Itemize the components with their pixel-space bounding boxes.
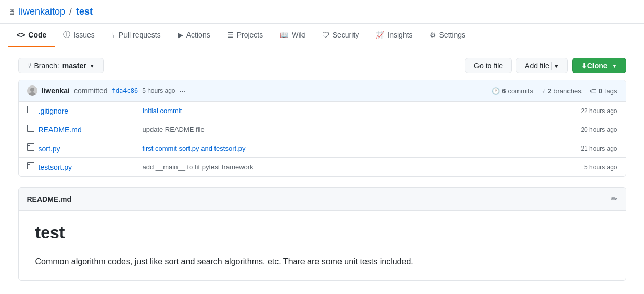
clone-caret-icon: ▼: [612, 63, 617, 69]
repo-separator: /: [69, 6, 72, 17]
file-row: .gitignore Initial commit 22 hours ago: [19, 102, 626, 120]
file-commit-link-sortpy[interactable]: first commit sort.py and testsort.py: [143, 144, 246, 152]
file-row: sort.py first commit sort.py and testsor…: [19, 139, 626, 158]
file-time-gitignore: 22 hours ago: [555, 107, 617, 115]
nav-label-settings: Settings: [439, 31, 466, 39]
svg-point-1: [30, 88, 34, 92]
nav-label-code: Code: [28, 31, 46, 39]
tags-icon: 🏷: [590, 87, 597, 95]
file-time-testsortpy: 5 hours ago: [555, 164, 617, 171]
repo-owner-link[interactable]: liwenkaitop: [19, 6, 65, 17]
file-link-gitignore[interactable]: .gitignore: [39, 107, 69, 115]
file-icon-gitignore: [27, 106, 34, 116]
file-link-readme[interactable]: README.md: [39, 126, 82, 134]
readme-edit-button[interactable]: ✏: [611, 194, 617, 204]
commit-info-left: liwenkai committed fda4c86 5 hours ago ·…: [27, 85, 186, 96]
nav-item-issues[interactable]: ⓘ Issues: [55, 24, 103, 47]
nav-item-code[interactable]: <> Code: [8, 24, 55, 47]
commits-label: commits: [508, 87, 533, 95]
nav-item-actions[interactable]: ▶ Actions: [169, 24, 219, 47]
file-icon-readme: [27, 125, 34, 134]
branch-name: master: [62, 62, 86, 70]
repo-name-link[interactable]: test: [76, 6, 93, 17]
avatar: [27, 85, 37, 96]
file-link-sortpy[interactable]: sort.py: [39, 144, 60, 153]
file-message-sortpy: first commit sort.py and testsort.py: [143, 144, 555, 152]
file-message-gitignore: Initial commit: [143, 107, 555, 115]
branch-bar: ⑂ Branch: master ▼ Go to file Add file ▼…: [18, 58, 626, 74]
pull-requests-icon: ⑂: [111, 31, 116, 39]
nav-item-pull-requests[interactable]: ⑂ Pull requests: [103, 24, 169, 47]
file-time-sortpy: 21 hours ago: [555, 145, 617, 152]
nav-label-issues: Issues: [73, 31, 94, 39]
branch-label: Branch:: [34, 62, 59, 70]
file-link-testsortpy[interactable]: testsort.py: [39, 163, 72, 172]
file-name-readme: README.md: [39, 126, 143, 134]
nav-label-security: Security: [333, 31, 359, 39]
file-time-readme: 20 hours ago: [555, 126, 617, 133]
commit-bar: liwenkai committed fda4c86 5 hours ago ·…: [19, 80, 626, 102]
readme-heading: test: [35, 223, 609, 247]
commits-count: 6: [502, 87, 506, 95]
commit-hash[interactable]: fda4c86: [112, 87, 138, 94]
issues-icon: ⓘ: [63, 30, 70, 40]
branch-selector[interactable]: ⑂ Branch: master ▼: [18, 58, 104, 74]
branch-dropdown-icon: ▼: [90, 63, 95, 69]
clone-button[interactable]: ⬇ Clone ▼: [572, 58, 626, 74]
file-row: testsort.py add __main__ to fit pytest f…: [19, 158, 626, 176]
file-message-testsortpy: add __main__ to fit pytest framework: [143, 163, 555, 171]
nav-item-projects[interactable]: ☰ Projects: [219, 24, 272, 47]
add-file-label: Add file: [525, 62, 549, 70]
commits-clock-icon: 🕐: [491, 87, 500, 95]
file-name-gitignore: .gitignore: [39, 107, 143, 115]
branch-actions: Go to file Add file ▼ ⬇ Clone ▼: [465, 58, 626, 74]
avatar-svg: [27, 85, 37, 96]
add-file-button[interactable]: Add file ▼: [516, 58, 568, 74]
commit-action: committed: [74, 87, 108, 95]
clone-label: Clone: [587, 62, 608, 70]
file-commit-link-gitignore[interactable]: Initial commit: [143, 107, 182, 115]
clone-divider: [610, 62, 610, 70]
nav-label-wiki: Wiki: [292, 31, 305, 39]
nav-item-insights[interactable]: 📈 Insights: [367, 24, 421, 47]
projects-icon: ☰: [227, 31, 234, 39]
code-icon: <>: [17, 31, 25, 39]
readme-description: Common algorithm codes, just like sort a…: [35, 255, 609, 268]
file-name-testsortpy: testsort.py: [39, 163, 143, 172]
tags-count: 0: [599, 87, 602, 95]
commits-stat[interactable]: 🕐 6 commits: [491, 87, 533, 95]
branch-icon: ⑂: [27, 62, 31, 70]
main-content: ⑂ Branch: master ▼ Go to file Add file ▼…: [10, 47, 635, 291]
nav-label-actions: Actions: [186, 31, 210, 39]
add-file-divider: [551, 62, 552, 70]
repo-owner-icon: 🖥: [8, 8, 16, 16]
nav-item-security[interactable]: 🛡 Security: [314, 24, 368, 47]
readme-title: README.md: [27, 195, 72, 203]
repo-nav: <> Code ⓘ Issues ⑂ Pull requests ▶ Actio…: [0, 24, 644, 47]
insights-icon: 📈: [375, 31, 384, 39]
commit-author[interactable]: liwenkai: [42, 87, 70, 95]
commit-more-button[interactable]: ···: [180, 87, 186, 95]
tags-stat[interactable]: 🏷 0 tags: [590, 87, 617, 95]
nav-item-wiki[interactable]: 📖 Wiki: [271, 24, 313, 47]
commit-stats: 🕐 6 commits ⑂ 2 branches 🏷 0 tags: [491, 87, 617, 95]
add-file-caret-icon: ▼: [554, 63, 559, 69]
file-row: README.md update README file 20 hours ag…: [19, 120, 626, 139]
clone-icon: ⬇: [581, 62, 587, 70]
goto-file-button[interactable]: Go to file: [465, 58, 512, 74]
file-message-readme: update README file: [143, 126, 555, 133]
branches-count: 2: [548, 87, 551, 95]
nav-label-pull-requests: Pull requests: [119, 31, 161, 39]
actions-icon: ▶: [178, 31, 183, 39]
readme-header: README.md ✏: [19, 188, 626, 211]
branches-label: branches: [553, 87, 581, 95]
repo-header: 🖥 liwenkaitop / test: [0, 0, 644, 24]
settings-icon: ⚙: [430, 31, 436, 39]
wiki-icon: 📖: [280, 31, 288, 39]
security-icon: 🛡: [322, 31, 330, 39]
nav-item-settings[interactable]: ⚙ Settings: [421, 24, 474, 47]
readme-box: README.md ✏ test Common algorithm codes,…: [18, 187, 626, 281]
branches-icon: ⑂: [541, 87, 546, 95]
tags-label: tags: [604, 87, 617, 95]
branches-stat[interactable]: ⑂ 2 branches: [541, 87, 582, 95]
